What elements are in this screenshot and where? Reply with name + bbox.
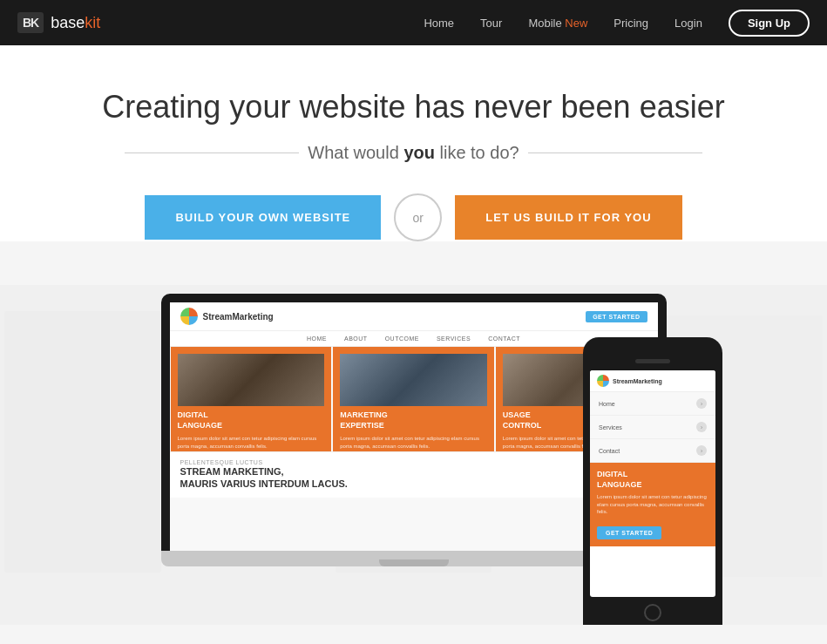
phone-screen: StreamMarketing Home › Services › Contac…: [590, 370, 715, 597]
signup-button[interactable]: Sign Up: [729, 10, 810, 37]
build-for-you-button[interactable]: LET US BUILD IT FOR YOU: [455, 195, 681, 240]
site-nav-contact: CONTACT: [488, 336, 520, 342]
hero-title: Creating your website has never been eas…: [17, 89, 810, 125]
site-brand: StreamMarketing: [203, 312, 274, 322]
card-link-1: MORE INFO: [340, 454, 487, 459]
card-text-0: Lorem ipsum dolor sit amet con tetur adi…: [178, 435, 325, 450]
nav-arrow-icon: ›: [696, 422, 707, 432]
site-get-started-btn: GET STARTED: [586, 311, 647, 322]
card-img-1: [340, 354, 487, 406]
nav-pricing[interactable]: Pricing: [613, 17, 648, 30]
subtitle-line-right: [528, 153, 702, 153]
phone-logo-icon: [597, 375, 609, 387]
site-logo: StreamMarketing: [180, 308, 274, 325]
phone-card-text: Lorem ipsum dolor sit amet con tetur adi…: [597, 493, 708, 515]
nav-tour[interactable]: Tour: [480, 17, 502, 30]
phone-nav-contact: Contact ›: [590, 439, 715, 463]
phone-nav: Home › Services › Contact ›: [590, 392, 715, 463]
phone-device: StreamMarketing Home › Services › Contac…: [583, 337, 722, 625]
site-nav-about: ABOUT: [344, 336, 368, 342]
subtitle-line-left: [125, 153, 299, 153]
cta-row: BUILD YOUR OWN WEBSITE or LET US BUILD I…: [17, 193, 810, 241]
logo-text: BK: [23, 16, 38, 30]
hero-section: Creating your website has never been eas…: [0, 45, 827, 241]
nav-login[interactable]: Login: [674, 17, 702, 30]
phone-site-header: StreamMarketing: [590, 370, 715, 392]
phone-nav-home: Home ›: [590, 392, 715, 416]
nav-arrow-icon: ›: [696, 398, 707, 409]
card-title-0: DIGITALLANGUAGE: [178, 410, 325, 430]
site-nav-services: SERVICES: [437, 336, 471, 342]
site-card-0: DIGITALLANGUAGE Lorem ipsum dolor sit am…: [171, 347, 332, 451]
site-logo-icon: [180, 308, 198, 325]
nav-mobile[interactable]: Mobile New: [528, 17, 587, 30]
footer-heading: STREAM MARKETING, MAURIS VARIUS INTERDUM…: [180, 465, 647, 491]
site-nav-home: HOME: [307, 336, 327, 342]
phone-home-button: [644, 604, 661, 621]
nav-links: Home Tour Mobile New Pricing Login Sign …: [424, 10, 810, 37]
card-title-1: MARKETINGEXPERTISE: [340, 410, 487, 430]
site-header: StreamMarketing GET STARTED: [170, 302, 658, 331]
brand-logo[interactable]: BK basekit: [17, 12, 100, 33]
card-text-1: Lorem ipsum dolor sit amet con tetur adi…: [340, 435, 487, 450]
nav-arrow-icon: ›: [696, 445, 707, 456]
footer-label: PELLENTESQUE LUCTUS: [180, 459, 647, 465]
subtitle-text: What would you like to do?: [308, 143, 519, 163]
new-badge: New: [565, 17, 587, 30]
nav-home[interactable]: Home: [424, 17, 454, 30]
phone-card-title: DIGITALLANGUAGE: [597, 470, 708, 490]
bk-logo-icon: BK: [17, 12, 44, 33]
devices-section: StreamMarketing GET STARTED HOME ABOUT O…: [0, 285, 827, 625]
phone-get-started-btn: GET STARTED: [597, 526, 661, 539]
or-divider: or: [394, 193, 442, 241]
hero-subtitle: What would you like to do?: [17, 143, 810, 163]
brand-name: basekit: [51, 14, 100, 32]
phone-card: DIGITALLANGUAGE Lorem ipsum dolor sit am…: [590, 463, 715, 546]
phone-nav-services: Services ›: [590, 416, 715, 439]
phone-brand: StreamMarketing: [613, 378, 662, 384]
site-nav-outcome: OUTCOME: [385, 336, 419, 342]
card-img-0: [178, 354, 325, 406]
phone-frame: StreamMarketing Home › Services › Contac…: [583, 337, 722, 625]
phone-logo: StreamMarketing: [597, 375, 662, 387]
phone-speaker: [635, 359, 670, 363]
site-card-1: MARKETINGEXPERTISE Lorem ipsum dolor sit…: [333, 347, 494, 451]
navbar: BK basekit Home Tour Mobile New Pricing …: [0, 0, 827, 45]
build-own-button[interactable]: BUILD YOUR OWN WEBSITE: [145, 195, 381, 240]
